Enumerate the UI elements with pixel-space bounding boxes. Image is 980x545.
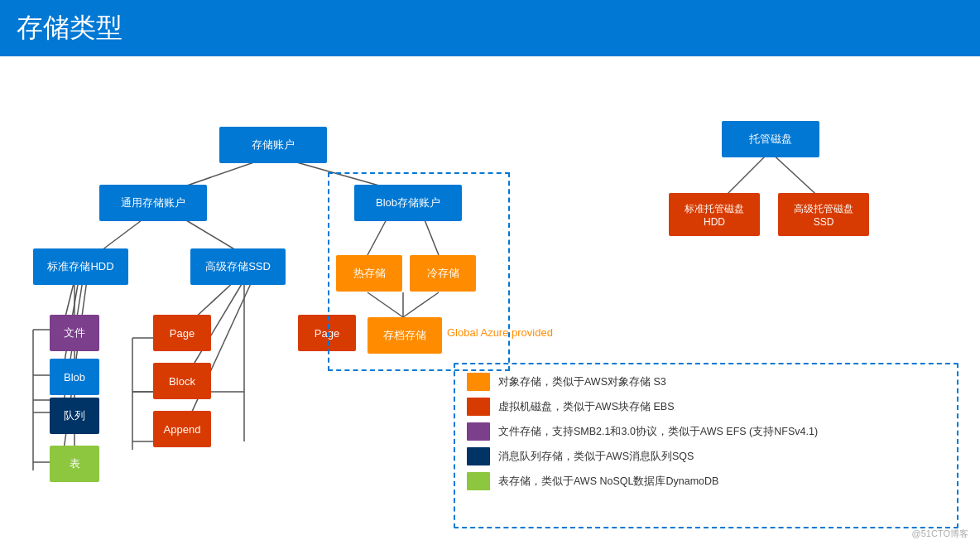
node-file: 文件 (50, 315, 99, 351)
node-queue: 队列 (50, 398, 99, 434)
node-managed-disk: 托管磁盘 (722, 121, 819, 157)
header-bar: 存储类型 (0, 0, 980, 56)
legend-item-0: 对象存储，类似于AWS对象存储 S3 (467, 373, 945, 391)
legend-text-2: 文件存储，支持SMB2.1和3.0协议，类似于AWS EFS (支持NFSv4.… (498, 425, 818, 439)
node-general-storage: 通用存储账户 (99, 185, 207, 221)
node-blob: Blob (50, 359, 99, 395)
legend-item-3: 消息队列存储，类似于AWS消息队列SQS (467, 447, 945, 465)
legend-color-3 (467, 447, 490, 465)
legend-color-2 (467, 422, 490, 441)
legend-color-0 (467, 373, 490, 391)
legend-text-4: 表存储，类似于AWS NoSQL数据库DynamoDB (498, 475, 718, 489)
legend-text-0: 对象存储，类似于AWS对象存储 S3 (498, 375, 666, 389)
node-block: Block (153, 363, 211, 399)
legend-item-4: 表存储，类似于AWS NoSQL数据库DynamoDB (467, 472, 945, 490)
node-standard-managed-hdd: 标准托管磁盘 HDD (669, 193, 760, 236)
main-content: 存储账户 通用存储账户 Blob存储账户 标准存储HDD 高级存储SSD 热存储… (0, 56, 980, 545)
node-table: 表 (50, 446, 99, 482)
node-page1: Page (153, 315, 211, 351)
node-storage-account: 存储账户 (219, 127, 327, 163)
legend-color-4 (467, 472, 490, 490)
node-premium-managed-ssd: 高级托管磁盘 SSD (778, 193, 869, 236)
legend-item-2: 文件存储，支持SMB2.1和3.0协议，类似于AWS EFS (支持NFSv4.… (467, 422, 945, 441)
node-standard-hdd: 标准存储HDD (33, 248, 128, 285)
legend-color-1 (467, 398, 490, 416)
page-title: 存储类型 (17, 10, 122, 46)
node-premium-ssd: 高级存储SSD (190, 248, 286, 285)
legend-text-3: 消息队列存储，类似于AWS消息队列SQS (498, 450, 694, 464)
legend-box: 对象存储，类似于AWS对象存储 S3 虚拟机磁盘，类似于AWS块存储 EBS 文… (454, 363, 958, 528)
watermark: @51CTO博客 (912, 528, 968, 540)
node-append: Append (153, 411, 211, 447)
legend-text-1: 虚拟机磁盘，类似于AWS块存储 EBS (498, 400, 675, 414)
legend-item-1: 虚拟机磁盘，类似于AWS块存储 EBS (467, 398, 945, 416)
blob-section-border (328, 172, 510, 371)
global-azure-label: Global Azure provided (447, 326, 553, 339)
